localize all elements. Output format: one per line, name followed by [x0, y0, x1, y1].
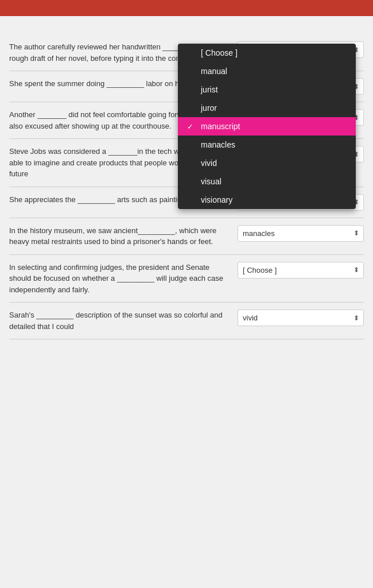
select-8[interactable]: [ Choose ]manualjuristjurormanuscriptman… [238, 310, 364, 326]
dropdown-item-juror[interactable]: juror [178, 99, 356, 117]
main-content: The author carefully reviewed her handwr… [0, 16, 373, 588]
question-row-7: In selecting and confirming judges, the … [9, 255, 364, 303]
dropdown-item-visionary[interactable]: visionary [178, 191, 356, 209]
dropdown-item-label: visual [201, 177, 222, 186]
dropdown-item-label: juror [201, 103, 217, 113]
select-container-7: [ Choose ]manualjuristjurormanuscriptman… [238, 262, 364, 278]
top-bar [0, 0, 373, 16]
question-row-6: In the history museum, we saw ancient___… [9, 218, 364, 255]
select-wrapper-8: [ Choose ]manualjuristjurormanuscriptman… [238, 310, 364, 326]
select-container-6: [ Choose ]manualjuristjurormanuscriptman… [238, 225, 364, 242]
select-wrapper-6: [ Choose ]manualjuristjurormanuscriptman… [238, 225, 364, 242]
question-text-6: In the history museum, we saw ancient___… [9, 225, 238, 247]
dropdown-item-manacles[interactable]: manacles [178, 136, 356, 154]
select-wrapper-7: [ Choose ]manualjuristjurormanuscriptman… [238, 262, 364, 278]
question-text-7: In selecting and confirming judges, the … [9, 262, 238, 296]
dropdown-item-visual[interactable]: visual [178, 172, 356, 191]
dropdown-item-label: visionary [201, 195, 232, 204]
dropdown-item-label: [ Choose ] [201, 48, 238, 57]
dropdown-item-manual[interactable]: manual [178, 62, 356, 80]
select-6[interactable]: [ Choose ]manualjuristjurormanuscriptman… [238, 225, 364, 242]
question-row-8: Sarah's _________ description of the sun… [9, 303, 364, 339]
dropdown-item-label: jurist [201, 85, 218, 94]
dropdown-overlay[interactable]: [ Choose ]manualjuristjuror✓manuscriptma… [178, 44, 356, 209]
dropdown-item-label: manacles [201, 140, 235, 149]
dropdown-item-jurist[interactable]: jurist [178, 80, 356, 99]
select-7[interactable]: [ Choose ]manualjuristjurormanuscriptman… [238, 262, 364, 278]
dropdown-item-label: vivid [201, 158, 217, 168]
dropdown-item-label: manual [201, 67, 227, 76]
select-container-8: [ Choose ]manualjuristjurormanuscriptman… [238, 310, 364, 326]
check-icon: ✓ [187, 122, 196, 131]
dropdown-item-manuscript[interactable]: ✓manuscript [178, 117, 356, 136]
question-text-8: Sarah's _________ description of the sun… [9, 310, 238, 332]
dropdown-item-vivid[interactable]: vivid [178, 154, 356, 172]
dropdown-item-label: manuscript [201, 122, 240, 131]
dropdown-item---choose--[interactable]: [ Choose ] [178, 44, 356, 62]
